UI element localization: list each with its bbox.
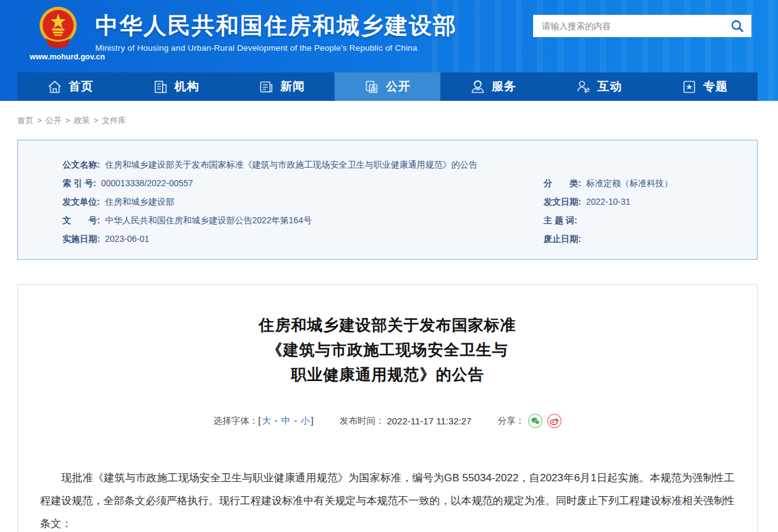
nav-label: 新闻 bbox=[280, 79, 305, 95]
nav-label: 服务 bbox=[492, 79, 516, 95]
wechat-icon bbox=[531, 417, 540, 425]
share-weibo-button[interactable] bbox=[547, 414, 562, 428]
news-icon bbox=[259, 79, 274, 95]
doc-index-value: 000013338/2022-00557 bbox=[101, 178, 193, 188]
font-size-large[interactable]: 大 bbox=[262, 416, 271, 426]
home-icon bbox=[47, 79, 62, 95]
national-emblem-icon bbox=[37, 5, 79, 51]
doc-repeal-date-row: 废止日期: bbox=[544, 230, 757, 248]
breadcrumb-current: 文件库 bbox=[102, 116, 126, 125]
doc-category-row: 分 类:标准定额（标准科技） bbox=[544, 174, 757, 192]
font-size-small[interactable]: 小 bbox=[301, 416, 310, 426]
nav-item-home[interactable]: 首页 bbox=[17, 72, 123, 101]
doc-number-value: 中华人民共和国住房和城乡建设部公告2022年第164号 bbox=[105, 215, 312, 225]
public-disclosure-icon bbox=[364, 79, 380, 95]
nav-item-disclosure[interactable]: 公开 bbox=[335, 72, 440, 101]
article-title: 住房和城乡建设部关于发布国家标准 《建筑与市政施工现场安全卫生与 职业健康通用规… bbox=[40, 312, 735, 387]
service-person-icon bbox=[470, 79, 485, 95]
doc-issue-date-row: 发文日期:2022-10-31 bbox=[544, 192, 757, 211]
search-button[interactable] bbox=[729, 18, 745, 34]
site-title-cn: 中华人民共和国住房和城乡建设部 bbox=[95, 12, 457, 40]
nav-label: 互动 bbox=[597, 79, 622, 95]
doc-name-row: 公文名称:住房和城乡建设部关于发布国家标准《建筑与市政施工现场安全卫生与职业健康… bbox=[62, 155, 757, 174]
site-url: www.mohurd.gov.cn bbox=[30, 53, 87, 61]
nav-item-topics[interactable]: 专题 bbox=[652, 72, 758, 101]
doc-info-box: 公文名称:住房和城乡建设部关于发布国家标准《建筑与市政施工现场安全卫生与职业健康… bbox=[17, 140, 758, 260]
nav-item-service[interactable]: 服务 bbox=[440, 72, 546, 101]
publish-time-value: 2022-11-17 11:32:27 bbox=[387, 416, 471, 426]
article-meta-bar: 选择字体： [大 - 中 - 小] 发布时间： 2022-11-17 11:32… bbox=[40, 414, 735, 428]
doc-issuer-value: 住房和城乡建设部 bbox=[105, 197, 174, 207]
doc-number-row: 文 号:中华人民共和国住房和城乡建设部公告2022年第164号 bbox=[62, 211, 544, 230]
doc-effective-date-row: 实施日期:2023-06-01 bbox=[62, 230, 544, 248]
article-paragraph: 现批准《建筑与市政施工现场安全卫生与职业健康通用规范》为国家标准，编号为GB 5… bbox=[40, 466, 735, 532]
nav-item-news[interactable]: 新闻 bbox=[229, 72, 335, 101]
doc-issue-date-value: 2022-10-31 bbox=[586, 197, 631, 207]
doc-name-value: 住房和城乡建设部关于发布国家标准《建筑与市政施工现场安全卫生与职业健康通用规范》… bbox=[105, 160, 477, 169]
nav-label: 公开 bbox=[386, 79, 411, 95]
doc-subject-row: 主 题 词: bbox=[544, 211, 757, 230]
publish-time: 发布时间： 2022-11-17 11:32:27 bbox=[340, 415, 472, 427]
nav-item-org[interactable]: 机构 bbox=[123, 72, 229, 101]
article-body: 现批准《建筑与市政施工现场安全卫生与职业健康通用规范》为国家标准，编号为GB 5… bbox=[40, 466, 735, 532]
font-size-selector: 选择字体： [大 - 中 - 小] bbox=[213, 415, 314, 427]
doc-effective-date-value: 2023-06-01 bbox=[105, 234, 150, 244]
nav-label: 首页 bbox=[69, 79, 93, 95]
share-wechat-button[interactable] bbox=[528, 414, 542, 428]
article-box: 住房和城乡建设部关于发布国家标准 《建筑与市政施工现场安全卫生与 职业健康通用规… bbox=[17, 284, 758, 532]
doc-index-row: 索 引 号:000013338/2022-00557 bbox=[62, 174, 544, 192]
nav-item-interact[interactable]: 互动 bbox=[546, 72, 652, 101]
font-size-medium[interactable]: 中 bbox=[281, 416, 291, 426]
org-building-icon bbox=[153, 79, 168, 95]
nav-label: 机构 bbox=[174, 79, 199, 95]
weibo-icon bbox=[550, 417, 559, 425]
breadcrumb-policy[interactable]: 政策 bbox=[74, 116, 90, 125]
nav-label: 专题 bbox=[703, 79, 728, 95]
topics-star-icon bbox=[682, 79, 697, 95]
site-brand[interactable]: www.mohurd.gov.cn 中华人民共和国住房和城乡建设部 Minist… bbox=[30, 5, 457, 61]
doc-name-label: 公文名称: bbox=[62, 160, 100, 169]
main-nav: 首页 机构 新闻 bbox=[17, 72, 758, 101]
breadcrumb-home[interactable]: 首页 bbox=[17, 116, 33, 125]
search-icon bbox=[730, 19, 744, 33]
search-input[interactable] bbox=[542, 21, 729, 31]
site-title-en: Ministry of Housing and Urban-Rural Deve… bbox=[95, 43, 457, 53]
breadcrumb: 首页>公开>政策>文件库 bbox=[17, 115, 758, 126]
site-header: www.mohurd.gov.cn 中华人民共和国住房和城乡建设部 Minist… bbox=[0, 0, 778, 101]
breadcrumb-disclosure[interactable]: 公开 bbox=[46, 116, 62, 125]
search-box[interactable] bbox=[533, 15, 751, 37]
interaction-icon bbox=[576, 79, 591, 95]
doc-category-value: 标准定额（标准科技） bbox=[586, 178, 673, 188]
share-bar: 分享： bbox=[497, 414, 562, 428]
doc-issuer-row: 发文单位:住房和城乡建设部 bbox=[62, 192, 544, 211]
